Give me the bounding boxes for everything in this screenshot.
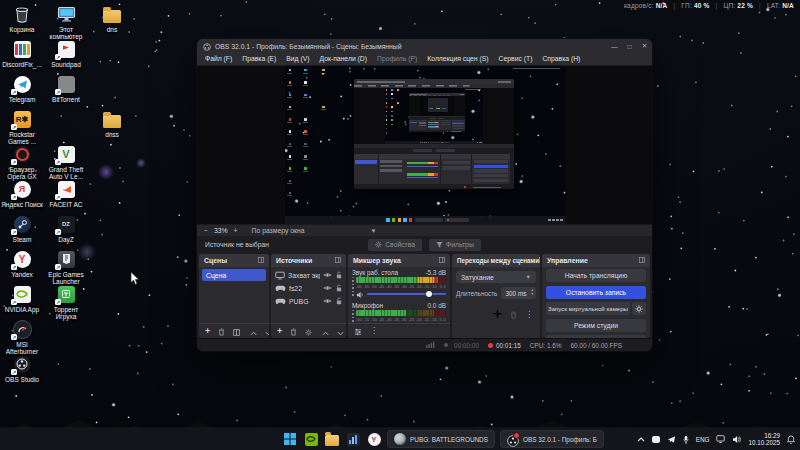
obs-icon: [507, 433, 519, 445]
tray-speaker-icon[interactable]: [732, 435, 741, 444]
source-up-button[interactable]: [322, 322, 329, 338]
menu-док-панели[interactable]: Док-панели (D): [314, 53, 372, 65]
scene-up-button[interactable]: [250, 322, 257, 338]
desktop-icon-yandex-search[interactable]: Я↗Яндекс Поиск: [0, 179, 44, 208]
source-row[interactable]: fs22: [274, 282, 343, 295]
lock-icon[interactable]: [336, 271, 342, 280]
desktop-icon-obs[interactable]: ↗OBS Studio: [0, 354, 44, 383]
scene-down-button[interactable]: [265, 322, 269, 338]
virtual-camera-config-button[interactable]: [632, 302, 646, 315]
desktop-icon-torrent[interactable]: ↗Торрент Игруха: [44, 284, 88, 320]
mixer-menu-button[interactable]: ⋮: [370, 327, 378, 335]
tray-cast-icon[interactable]: [716, 435, 725, 443]
menu-справка[interactable]: Справка (H): [537, 53, 585, 65]
properties-button[interactable]: Свойства: [368, 239, 422, 251]
volume-slider[interactable]: [367, 293, 446, 295]
chevron-down-icon[interactable]: ▼: [370, 228, 376, 234]
minimize-button[interactable]: —: [607, 39, 622, 53]
tray-language[interactable]: ENG: [696, 436, 710, 443]
transition-props-button[interactable]: ⋮: [525, 310, 533, 319]
visibility-eye-icon[interactable]: [323, 298, 332, 305]
speaker-icon[interactable]: [356, 285, 364, 303]
desktop-icon-folder[interactable]: dns: [90, 4, 134, 33]
desktop-icon-computer[interactable]: Этот компьютер: [44, 4, 88, 40]
desktop-icon-epic[interactable]: ↗Epic Games Launcher: [44, 249, 88, 285]
add-source-button[interactable]: +: [277, 327, 282, 336]
add-transition-button[interactable]: +: [493, 305, 502, 323]
tray-app-icon[interactable]: [652, 436, 660, 443]
tray-clock[interactable]: 16:2910.10.2025: [748, 432, 780, 447]
desktop-icon-recycle-bin[interactable]: Корзина: [0, 4, 44, 33]
scene-filters-button[interactable]: [233, 322, 240, 338]
remove-transition-button[interactable]: [510, 305, 517, 323]
source-down-button[interactable]: [337, 322, 344, 338]
desktop-icon-rockstar[interactable]: R✱↗Rockstar Games ...: [0, 109, 44, 145]
desktop-icon-operagx[interactable]: ↗Браузер Opera GX: [0, 144, 44, 180]
taskbar-app-pubg[interactable]: PUBG: BATTLEGROUNDS: [387, 430, 495, 448]
lock-icon[interactable]: [336, 284, 342, 293]
channel-grip[interactable]: [352, 277, 354, 298]
menu-сервис[interactable]: Сервис (T): [494, 53, 538, 65]
file-explorer-icon[interactable]: [324, 431, 340, 447]
tray-microphone-icon[interactable]: [683, 435, 689, 444]
remove-scene-button[interactable]: [218, 322, 225, 338]
desktop-icon-nvidia[interactable]: ↗NVIDIA App: [0, 284, 44, 313]
taskbar-app-obs[interactable]: OBS 32.0.1 - Профиль: Б: [500, 430, 604, 448]
filters-button[interactable]: Фильтры: [429, 239, 481, 251]
lock-icon[interactable]: [336, 297, 342, 306]
desktop-icon-steam[interactable]: ↗Steam: [0, 214, 44, 243]
control-запуск-button[interactable]: Запуск виртуальной камеры: [546, 302, 630, 315]
obs-titlebar[interactable]: OBS 32.0.1 - Профиль: Безымянный - Сцены…: [197, 39, 652, 53]
scene-item[interactable]: Сцена: [202, 269, 266, 281]
menu-коллекция[interactable]: Коллекция сцен (S): [422, 53, 493, 65]
remove-source-button[interactable]: [290, 322, 297, 338]
source-properties-button[interactable]: [305, 322, 312, 338]
zoom-out-button[interactable]: −: [204, 227, 208, 234]
start-button[interactable]: [282, 431, 298, 447]
desktop-icon-msi[interactable]: ↗MSI Afterburner: [0, 319, 44, 355]
source-row[interactable]: Захват экран: [274, 269, 343, 282]
obs-window[interactable]: OBS 32.0.1 - Профиль: Безымянный - Сцены…: [196, 38, 653, 352]
visibility-eye-icon[interactable]: [323, 285, 332, 292]
add-scene-button[interactable]: +: [205, 327, 210, 336]
tray-telegram-icon[interactable]: [667, 435, 676, 444]
control-остановить-button[interactable]: Остановить запись: [546, 286, 646, 299]
fit-window-dropdown[interactable]: По размеру окна: [252, 227, 305, 234]
desktop-icon-soundpad[interactable]: ↗Soundpad: [44, 39, 88, 68]
menu-вид[interactable]: Вид (V): [281, 53, 314, 65]
desktop-icon-telegram[interactable]: ↗Telegram: [0, 74, 44, 103]
menu-профиль[interactable]: Профиль (P): [372, 53, 422, 65]
obs-preview[interactable]: [197, 66, 652, 224]
desktop-icon-bittorrent[interactable]: ↗BitTorrent: [44, 74, 88, 103]
afterburner-icon[interactable]: [345, 431, 361, 447]
nvidia-app-icon[interactable]: [303, 431, 319, 447]
mini-taskbar: [285, 216, 566, 224]
desktop-icon-dayz[interactable]: DZ↗DayZ: [44, 214, 88, 243]
zoom-in-button[interactable]: +: [234, 227, 238, 234]
source-row[interactable]: PUBG: [274, 295, 343, 308]
dock-options-icon[interactable]: [539, 257, 540, 264]
desktop-icon-gtav[interactable]: V↗Grand Theft Auto V Le...: [44, 144, 88, 180]
menu-файл[interactable]: Файл (F): [200, 53, 237, 65]
dock-options-icon[interactable]: [335, 257, 341, 264]
control-начать-button[interactable]: Начать трансляцию: [546, 269, 646, 282]
menu-правка[interactable]: Правка (E): [237, 53, 281, 65]
advanced-audio-button[interactable]: [354, 322, 362, 338]
visibility-eye-icon[interactable]: [323, 272, 332, 279]
desktop-icon-yandex[interactable]: Y↗Yandex: [0, 249, 44, 278]
dock-options-icon[interactable]: [258, 257, 264, 264]
dock-options-icon[interactable]: [639, 257, 645, 264]
tray-bell-icon[interactable]: [787, 435, 795, 444]
desktop-icon-rar[interactable]: DiscordFix_...: [0, 39, 44, 68]
duration-spinner[interactable]: 300 ms ▲▼: [501, 287, 536, 299]
desktop-icon-folder[interactable]: dnss: [90, 109, 134, 138]
transition-select[interactable]: Затухание▼: [456, 271, 536, 283]
yandex-browser-icon[interactable]: Y: [366, 431, 382, 447]
sources-dock: Источники Захват экран fs22 PUBG +: [271, 254, 346, 338]
desktop-icon-faceit[interactable]: ↗FACEIT AC: [44, 179, 88, 208]
dock-options-icon[interactable]: [439, 257, 445, 264]
maximize-button[interactable]: □: [622, 39, 637, 53]
close-button[interactable]: ✕: [637, 39, 652, 53]
control-режим-button[interactable]: Режим студии: [546, 319, 646, 332]
tray-chevron-up-icon[interactable]: [637, 437, 645, 442]
